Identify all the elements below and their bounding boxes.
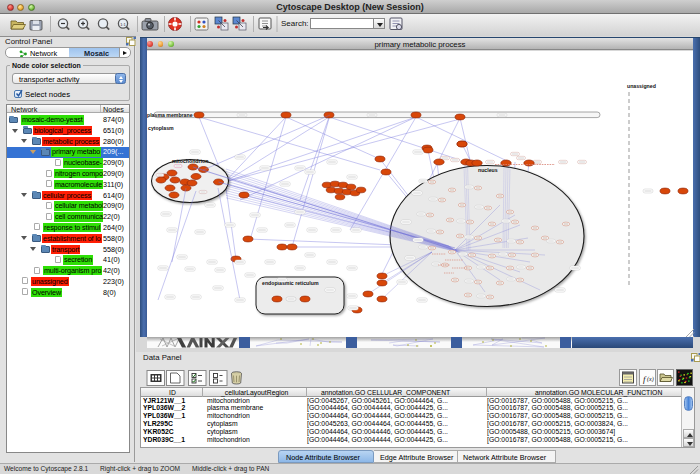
svg-text:(x): (x) [647,376,654,383]
